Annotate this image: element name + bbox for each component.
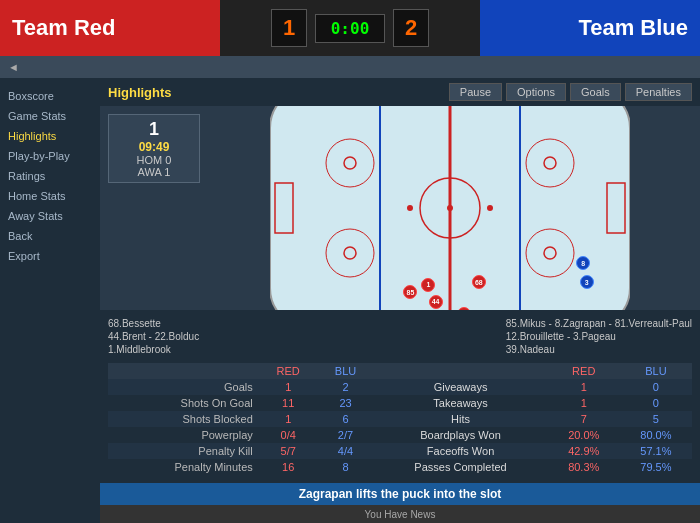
player-red-85: 85 bbox=[403, 285, 417, 299]
stat-blu2: 0 bbox=[620, 395, 692, 411]
svg-point-17 bbox=[487, 205, 493, 211]
stat-label2: Boardplays Won bbox=[373, 427, 547, 443]
period-number: 1 bbox=[113, 119, 195, 140]
sidebar-item-play-by-play[interactable]: Play-by-Play bbox=[0, 146, 100, 166]
score-blue: 2 bbox=[393, 9, 429, 47]
ticker-text: Zagrapan lifts the puck into the slot bbox=[299, 487, 502, 501]
rink-container: 1 22 44 68 85 3 8 12 32 158 bbox=[204, 110, 696, 306]
stat-red2: 80.3% bbox=[548, 459, 620, 475]
stat-blu: 23 bbox=[318, 395, 374, 411]
main: BoxscoreGame StatsHighlightsPlay-by-Play… bbox=[0, 78, 700, 523]
timer: 0:00 bbox=[315, 14, 385, 43]
stat-blu: 6 bbox=[318, 411, 374, 427]
sidebar-item-home-stats[interactable]: Home Stats bbox=[0, 186, 100, 206]
sidebar-item-ratings[interactable]: Ratings bbox=[0, 166, 100, 186]
sidebar-item-boxscore[interactable]: Boxscore bbox=[0, 86, 100, 106]
pause-button[interactable]: Pause bbox=[449, 83, 502, 101]
scorer-blue-1: 85.Mikus - 8.Zagrapan - 81.Verreault-Pau… bbox=[506, 318, 692, 329]
bottom-section: 68.Bessette 44.Brent - 22.Bolduc 1.Middl… bbox=[100, 310, 700, 483]
player-red-1: 1 bbox=[421, 278, 435, 292]
content: Highlights Pause Options Goals Penalties… bbox=[100, 78, 700, 523]
sidebar-item-highlights[interactable]: Highlights bbox=[0, 126, 100, 146]
stat-blu: 4/4 bbox=[318, 443, 374, 459]
stat-blu2: 80.0% bbox=[620, 427, 692, 443]
goals-button[interactable]: Goals bbox=[570, 83, 621, 101]
stat-red: 16 bbox=[259, 459, 318, 475]
table-row: Powerplay 0/4 2/7 Boardplays Won 20.0% 8… bbox=[108, 427, 692, 443]
stat-red2: 1 bbox=[548, 395, 620, 411]
scorer-left: 68.Bessette 44.Brent - 22.Bolduc 1.Middl… bbox=[108, 318, 199, 355]
sidebar-item-export[interactable]: Export bbox=[0, 246, 100, 266]
stat-red: 1 bbox=[259, 411, 318, 427]
col-stat2 bbox=[373, 363, 547, 379]
info-panel: 1 09:49 HOM 0 AWA 1 bbox=[104, 110, 204, 306]
penalties-button[interactable]: Penalties bbox=[625, 83, 692, 101]
stat-label: Powerplay bbox=[108, 427, 259, 443]
stat-blu: 8 bbox=[318, 459, 374, 475]
col-stat1 bbox=[108, 363, 259, 379]
stat-label: Shots On Goal bbox=[108, 395, 259, 411]
table-row: Penalty Minutes 16 8 Passes Completed 80… bbox=[108, 459, 692, 475]
team-blue-header: Team Blue bbox=[480, 0, 700, 56]
stat-red: 0/4 bbox=[259, 427, 318, 443]
stat-red: 11 bbox=[259, 395, 318, 411]
team-blue-label: Team Blue bbox=[578, 15, 688, 41]
score-red: 1 bbox=[271, 9, 307, 47]
stat-red2: 7 bbox=[548, 411, 620, 427]
stats-table-section: RED BLU RED BLU Goals 1 2 Giveaways 1 0 … bbox=[108, 359, 692, 479]
sidebar-item-back[interactable]: Back bbox=[0, 226, 100, 246]
player-blue-8: 8 bbox=[576, 256, 590, 270]
home-score: HOM 0 bbox=[113, 154, 195, 166]
news-label: You Have News bbox=[365, 509, 436, 520]
stat-label2: Giveaways bbox=[373, 379, 547, 395]
stats-table: RED BLU RED BLU Goals 1 2 Giveaways 1 0 … bbox=[108, 363, 692, 475]
rink: 1 22 44 68 85 3 8 12 32 158 bbox=[270, 106, 630, 310]
sidebar-item-game-stats[interactable]: Game Stats bbox=[0, 106, 100, 126]
stat-label2: Hits bbox=[373, 411, 547, 427]
stat-red: 5/7 bbox=[259, 443, 318, 459]
center-section: 1 09:49 HOM 0 AWA 1 bbox=[100, 106, 700, 310]
period-box: 1 09:49 HOM 0 AWA 1 bbox=[108, 114, 200, 183]
options-button[interactable]: Options bbox=[506, 83, 566, 101]
team-red-label: Team Red bbox=[12, 15, 116, 41]
player-red-68: 68 bbox=[472, 275, 486, 289]
player-red-44: 44 bbox=[429, 295, 443, 309]
col-blu1: BLU bbox=[318, 363, 374, 379]
sidebar-item-away-stats[interactable]: Away Stats bbox=[0, 206, 100, 226]
scorer-blue-3: 39.Nadeau bbox=[506, 344, 692, 355]
goal-scorers: 68.Bessette 44.Brent - 22.Bolduc 1.Middl… bbox=[108, 314, 692, 359]
table-row: Shots Blocked 1 6 Hits 7 5 bbox=[108, 411, 692, 427]
stat-label: Shots Blocked bbox=[108, 411, 259, 427]
stat-red2: 1 bbox=[548, 379, 620, 395]
header: Team Red 1 0:00 2 Team Blue bbox=[0, 0, 700, 56]
svg-point-16 bbox=[407, 205, 413, 211]
team-red-header: Team Red bbox=[0, 0, 220, 56]
table-row: Penalty Kill 5/7 4/4 Faceoffs Won 42.9% … bbox=[108, 443, 692, 459]
stat-label: Penalty Minutes bbox=[108, 459, 259, 475]
table-row: Goals 1 2 Giveaways 1 0 bbox=[108, 379, 692, 395]
scorer-blue-2: 12.Brouillette - 3.Pageau bbox=[506, 331, 692, 342]
sidebar: BoxscoreGame StatsHighlightsPlay-by-Play… bbox=[0, 78, 100, 523]
nav-arrow[interactable]: ◄ bbox=[0, 56, 700, 78]
stat-blu2: 5 bbox=[620, 411, 692, 427]
player-blue-3: 3 bbox=[580, 275, 594, 289]
stat-red: 1 bbox=[259, 379, 318, 395]
scoreboard: 1 0:00 2 bbox=[220, 0, 480, 56]
col-red2: RED bbox=[548, 363, 620, 379]
svg-point-7 bbox=[447, 205, 453, 211]
stat-label2: Takeaways bbox=[373, 395, 547, 411]
stat-blu2: 79.5% bbox=[620, 459, 692, 475]
col-red1: RED bbox=[259, 363, 318, 379]
stat-blu2: 57.1% bbox=[620, 443, 692, 459]
stat-label2: Faceoffs Won bbox=[373, 443, 547, 459]
scorer-red-1: 68.Bessette bbox=[108, 318, 199, 329]
game-time: 09:49 bbox=[113, 140, 195, 154]
stat-blu2: 0 bbox=[620, 379, 692, 395]
top-bar: Highlights Pause Options Goals Penalties bbox=[100, 78, 700, 106]
sidebar-items-container: BoxscoreGame StatsHighlightsPlay-by-Play… bbox=[0, 86, 100, 266]
news-ticker: Zagrapan lifts the puck into the slot bbox=[100, 483, 700, 505]
nav-arrow-icon: ◄ bbox=[8, 61, 19, 73]
highlights-label: Highlights bbox=[108, 85, 445, 100]
scorer-right: 85.Mikus - 8.Zagrapan - 81.Verreault-Pau… bbox=[506, 318, 692, 355]
scorer-red-2: 44.Brent - 22.Bolduc bbox=[108, 331, 199, 342]
